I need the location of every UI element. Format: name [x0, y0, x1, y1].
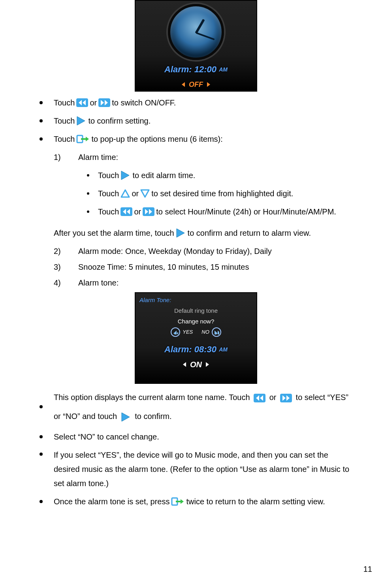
yes-option: YES — [171, 327, 193, 337]
double-forward-icon — [98, 98, 110, 107]
clock-face-icon — [168, 4, 224, 60]
instruction-select-yes: If you select “YES”, the device will go … — [40, 448, 352, 490]
alarm-time-label-2: Alarm: 08:30 AM — [136, 342, 256, 357]
instruction-select-no: Select “NO” to cancel change. — [40, 430, 352, 444]
play-icon — [120, 170, 131, 180]
sub-edit-alarm-time: Touch to edit alarm time. — [87, 168, 352, 182]
double-rewind-icon — [76, 98, 88, 107]
left-arrow-icon — [183, 362, 186, 367]
double-rewind-icon — [120, 207, 132, 216]
exit-icon — [171, 496, 184, 507]
sub-select-hour-minute: Touch or to select Hour/Minute (24h) or … — [87, 205, 352, 219]
instruction-return: Once the alarm tone is set, press twice … — [40, 494, 352, 509]
right-arrow-icon — [207, 82, 210, 87]
left-arrow-icon — [182, 82, 185, 87]
instruction-switch-onoff: Touch or to switch ON/OFF. — [40, 96, 352, 110]
triangle-down-icon — [140, 189, 150, 198]
double-forward-icon — [143, 207, 154, 216]
page-number: 11 — [363, 562, 372, 576]
change-question: Change now? — [139, 316, 252, 327]
play-icon — [76, 116, 87, 126]
double-forward-icon — [280, 394, 292, 402]
triangle-up-icon — [120, 189, 130, 198]
alarm-state-text: OFF — [189, 78, 203, 91]
sub-set-time-digits: Touch or to set desired time from highli… — [87, 186, 352, 201]
play-icon — [176, 228, 186, 238]
instruction-options-menu: Touch to pop-up the options menu (6 item… — [40, 132, 352, 146]
option-snooze-time: 3) Snooze Time: 5 minutes, 10 minutes, 1… — [54, 260, 352, 274]
exit-icon — [76, 134, 90, 144]
alarm-state-row-2: ON — [136, 357, 256, 372]
instruction-select-yes-no: This option displays the current alarm t… — [40, 388, 352, 426]
alarm-tone-screenshot: Alarm Tone: Default ring tone Change now… — [135, 292, 257, 384]
option-alarm-time: 1) Alarm time: — [54, 150, 352, 164]
play-icon — [121, 412, 131, 422]
alarm-time-label: Alarm: 12:00 AM — [136, 62, 256, 77]
current-ringtone: Default ring tone — [139, 305, 252, 316]
instruction-confirm: Touch to confirm setting. — [40, 114, 352, 128]
right-arrow-icon — [206, 362, 209, 367]
alarm-screenshot-off: Alarm: 12:00 AM OFF — [135, 0, 257, 92]
dialog-title: Alarm Tone: — [139, 295, 252, 305]
alarm-state-row: OFF — [136, 78, 256, 91]
option-alarm-mode: 2) Alarm mode: Once, Weekday (Monday to … — [54, 244, 352, 258]
option-alarm-tone: 4) Alarm tone: — [54, 276, 352, 290]
no-option: NO — [201, 327, 221, 337]
double-rewind-icon — [254, 394, 265, 402]
after-set-note: After you set the alarm time, touch to c… — [54, 226, 352, 240]
